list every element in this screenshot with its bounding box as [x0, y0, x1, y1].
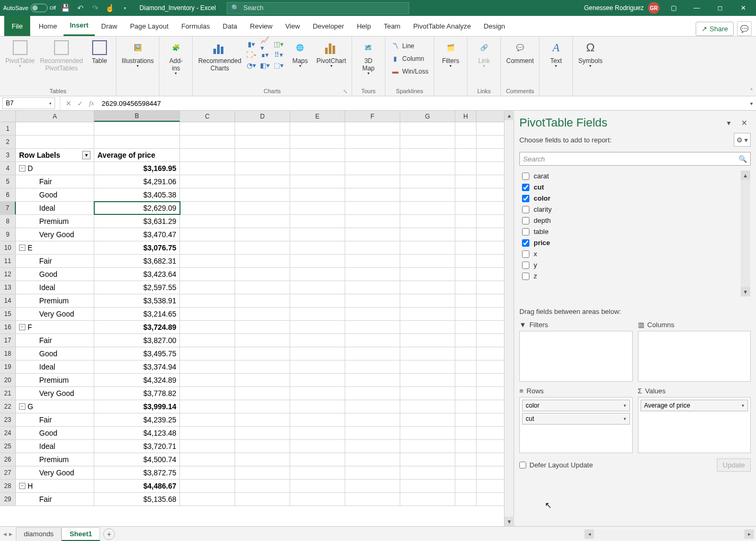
cell[interactable]: [345, 440, 400, 453]
tab-pivottable-analyze[interactable]: PivotTable Analyze: [407, 16, 477, 36]
cell[interactable]: [290, 347, 345, 360]
row-header[interactable]: 8: [0, 215, 16, 228]
cell[interactable]: [345, 202, 400, 214]
cell[interactable]: [235, 360, 290, 373]
tab-design[interactable]: Design: [478, 16, 511, 36]
cell[interactable]: [345, 413, 400, 426]
expand-formula-bar-icon[interactable]: ▾: [746, 101, 756, 106]
filters-button[interactable]: 🗂️ Filters▾: [437, 38, 464, 69]
field-checkbox[interactable]: [522, 239, 529, 247]
rows-chip-color[interactable]: color▾: [522, 400, 630, 411]
cell[interactable]: $4,239.25: [94, 413, 180, 426]
field-checkbox[interactable]: [522, 273, 529, 280]
cell[interactable]: $5,135.68: [94, 493, 180, 506]
maps-button[interactable]: 🌐 Maps▾: [287, 38, 313, 69]
cell[interactable]: [400, 387, 455, 400]
collapse-ribbon-icon[interactable]: ˄: [750, 88, 753, 94]
cell[interactable]: Very Good: [16, 308, 94, 320]
row-labels-filter-icon[interactable]: ▾: [82, 151, 91, 159]
chart-hierarchy-icon[interactable]: ⛶▾: [247, 50, 256, 59]
field-table[interactable]: table: [520, 226, 750, 237]
cell[interactable]: [400, 466, 455, 479]
3d-map-button[interactable]: 🗺️ 3D Map▾: [355, 38, 382, 77]
select-all-corner[interactable]: [0, 111, 16, 122]
cell[interactable]: [235, 400, 290, 413]
col-header-G[interactable]: G: [400, 111, 455, 122]
row-header[interactable]: 27: [0, 466, 16, 479]
cell[interactable]: [180, 241, 235, 254]
col-header-F[interactable]: F: [345, 111, 400, 122]
row-header[interactable]: 12: [0, 268, 16, 281]
cell[interactable]: $3,872.75: [94, 466, 180, 479]
cell[interactable]: $3,778.82: [94, 387, 180, 400]
values-chip[interactable]: Average of price▾: [641, 400, 749, 411]
field-checkbox[interactable]: [522, 173, 529, 180]
fieldpane-layout-dropdown-icon[interactable]: ▾: [722, 116, 735, 129]
cell[interactable]: [400, 480, 455, 492]
cell[interactable]: [16, 122, 94, 135]
row-header[interactable]: 17: [0, 334, 16, 347]
autosave-switch-off[interactable]: [31, 4, 48, 12]
tab-data[interactable]: Data: [217, 16, 244, 36]
cell[interactable]: Average of price: [94, 149, 180, 161]
col-header-C[interactable]: C: [180, 111, 235, 122]
cell[interactable]: $3,374.94: [94, 360, 180, 373]
cell[interactable]: −H: [16, 480, 94, 492]
field-checkbox[interactable]: [522, 206, 529, 213]
cell[interactable]: [235, 268, 290, 281]
cell[interactable]: [290, 215, 345, 228]
cell[interactable]: [290, 202, 345, 214]
cell[interactable]: [345, 188, 400, 201]
cell[interactable]: −G: [16, 400, 94, 413]
cell[interactable]: [400, 122, 455, 135]
column-headers[interactable]: A B C D E F G H: [0, 111, 504, 122]
illustrations-button[interactable]: 🖼️ Illustrations▾: [120, 38, 156, 69]
field-x[interactable]: x: [520, 248, 750, 259]
namebox-dropdown-icon[interactable]: ▾: [49, 101, 51, 106]
cell[interactable]: [345, 241, 400, 254]
cell[interactable]: [400, 294, 455, 307]
cell[interactable]: [235, 136, 290, 148]
tab-insert[interactable]: Insert: [64, 16, 95, 36]
cell[interactable]: $4,123.48: [94, 427, 180, 439]
collapse-group-icon[interactable]: −: [19, 483, 25, 489]
cell[interactable]: [235, 202, 290, 214]
cell[interactable]: [180, 122, 235, 135]
chart-column-icon[interactable]: ▮▾: [247, 39, 256, 49]
account-name[interactable]: Genessee Rodriguez: [584, 4, 644, 12]
tab-draw[interactable]: Draw: [95, 16, 123, 36]
horizontal-scrollbar[interactable]: ◂ ▸: [584, 529, 754, 539]
cell[interactable]: [455, 281, 476, 294]
row-header[interactable]: 16: [0, 321, 16, 333]
cell[interactable]: [290, 175, 345, 188]
row-header[interactable]: 3: [0, 149, 16, 161]
cell[interactable]: [290, 241, 345, 254]
cell[interactable]: [180, 360, 235, 373]
cell[interactable]: [455, 453, 476, 466]
row-header[interactable]: 2: [0, 136, 16, 148]
cell[interactable]: [235, 308, 290, 320]
cell[interactable]: [345, 374, 400, 386]
cell[interactable]: [290, 268, 345, 281]
cell[interactable]: $3,214.65: [94, 308, 180, 320]
cell[interactable]: [400, 427, 455, 439]
cell[interactable]: $4,324.89: [94, 374, 180, 386]
cell[interactable]: Fair: [16, 255, 94, 267]
cell[interactable]: $4,291.06: [94, 175, 180, 188]
row-header[interactable]: 28: [0, 480, 16, 492]
cell[interactable]: [455, 255, 476, 267]
cell[interactable]: Premium: [16, 215, 94, 228]
cell[interactable]: [235, 215, 290, 228]
cell[interactable]: Row Labels▾: [16, 149, 94, 161]
cell[interactable]: [235, 374, 290, 386]
cell[interactable]: [180, 413, 235, 426]
chart-surface-icon[interactable]: ◧▾: [260, 60, 270, 70]
cell[interactable]: [345, 347, 400, 360]
cell[interactable]: [235, 294, 290, 307]
comment-button[interactable]: 💬 Comment: [504, 38, 536, 66]
cell[interactable]: [180, 215, 235, 228]
cell[interactable]: [455, 480, 476, 492]
cell[interactable]: [455, 466, 476, 479]
cell[interactable]: [180, 136, 235, 148]
tab-review[interactable]: Review: [244, 16, 279, 36]
